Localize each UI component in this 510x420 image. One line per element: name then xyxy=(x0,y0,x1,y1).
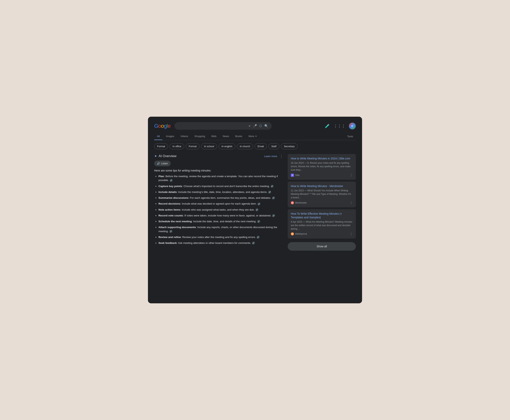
header: Google how to write meeting minutes ✕ 🎤 … xyxy=(154,122,356,130)
tip-11: Seek feedback: Ask meeting attendees or … xyxy=(158,241,283,245)
ai-overview-header: ✦ AI Overview Learn more ⋮ xyxy=(154,154,283,158)
chip-in-office[interactable]: In office xyxy=(170,143,184,149)
tip-5-text: : Include what was decided or agreed upo… xyxy=(180,202,257,205)
search-result-1[interactable]: How to Write Meeting Minutes in 2024 | S… xyxy=(288,154,356,180)
tab-more[interactable]: More ▼ xyxy=(246,133,260,140)
search-result-3[interactable]: How To Write Effective Meeting Minutes (… xyxy=(288,209,356,238)
logo-g: G xyxy=(154,123,158,129)
nav-tabs: All Images Videos Shopping Web News Book… xyxy=(154,133,356,140)
chip-in-church[interactable]: In church xyxy=(237,143,253,149)
tip-1-link-icon[interactable]: 🔗 xyxy=(170,179,173,182)
search-bar[interactable]: how to write meeting minutes ✕ 🎤 ⬡ 🔍 xyxy=(174,122,272,130)
result-1-source-name: Slite xyxy=(295,174,300,177)
tip-10-bold: Review and refine xyxy=(158,236,181,239)
tip-5-bold: Record decisions xyxy=(158,202,180,205)
tip-1-text: : Before the meeting, review the agenda … xyxy=(158,175,278,182)
tip-4: Summarize discussions: For each agenda i… xyxy=(158,196,283,200)
tip-11-bold: Seek feedback xyxy=(158,241,177,244)
listen-label: Listen xyxy=(161,162,168,165)
result-2-more-button[interactable]: ⋮ xyxy=(350,201,353,204)
tip-7-link-icon[interactable]: 🔗 xyxy=(272,214,275,217)
tip-2-text: : Choose what's important to record and … xyxy=(182,185,270,188)
right-panel: How to Write Meeting Minutes in 2024 | S… xyxy=(288,154,356,251)
tab-videos[interactable]: Videos xyxy=(178,133,191,140)
tab-all[interactable]: All xyxy=(154,133,162,140)
tip-8-text: : Include the date, time, and details of… xyxy=(192,220,256,223)
result-3-source-name: WildApricot xyxy=(295,232,307,235)
search-submit-button[interactable]: 🔍 xyxy=(264,124,269,128)
tab-shopping[interactable]: Shopping xyxy=(192,133,208,140)
tip-3: Include details: Include the meeting's t… xyxy=(158,190,283,194)
google-logo: Google xyxy=(154,123,170,129)
result-1-snippet: 18 Jun 2024 — 8. Revise your notes and f… xyxy=(291,161,353,172)
chip-formal[interactable]: Formal xyxy=(186,143,199,149)
result-2-source: M Mentimeter ⋮ xyxy=(291,201,353,204)
chip-format[interactable]: Format xyxy=(154,143,168,149)
tip-6-link-icon[interactable]: 🔗 xyxy=(255,208,258,211)
listen-button[interactable]: 🔊 Listen xyxy=(154,161,171,166)
clear-button[interactable]: ✕ xyxy=(248,124,251,128)
tip-5: Record decisions: Include what was decid… xyxy=(158,202,283,206)
tip-8-bold: Schedule the next meeting xyxy=(158,220,192,223)
tab-web[interactable]: Web xyxy=(209,133,219,140)
search-input[interactable]: how to write meeting minutes xyxy=(178,124,246,128)
tools-button[interactable]: Tools xyxy=(345,133,356,140)
tip-3-link-icon[interactable]: 🔗 xyxy=(268,191,271,194)
logo-g2: g xyxy=(164,123,167,129)
tip-9: Attach supporting documents: Include any… xyxy=(158,225,283,233)
labs-icon[interactable]: 🧪 xyxy=(325,123,330,129)
ai-intro-text: Here are some tips for writing meeting m… xyxy=(154,169,283,172)
tip-4-link-icon[interactable]: 🔗 xyxy=(272,196,275,200)
result-3-date: 6 Apr 2023 xyxy=(291,220,302,223)
result-2-title: How to Write Meeting Minutes - Mentimete… xyxy=(291,184,353,188)
chip-in-school[interactable]: In school xyxy=(201,143,217,149)
result-1-source: S Slite ⋮ xyxy=(291,173,353,177)
chip-staff[interactable]: Staff xyxy=(268,143,279,149)
result-3-favicon: W xyxy=(291,232,294,235)
tip-8-link-icon[interactable]: 🔗 xyxy=(257,220,260,223)
search-result-2[interactable]: How to Write Meeting Minutes - Mentimete… xyxy=(288,182,356,207)
result-3-more-button[interactable]: ⋮ xyxy=(350,232,353,236)
tip-6-text: : Include who was assigned what tasks, a… xyxy=(180,208,255,211)
result-2-source-info: M Mentimeter xyxy=(291,201,307,204)
show-all-button[interactable]: Show all xyxy=(288,242,356,251)
apps-menu-button[interactable]: ⋮⋮⋮ xyxy=(333,123,346,129)
lens-search-button[interactable]: ⬡ xyxy=(259,124,263,128)
logo-o2: o xyxy=(161,123,164,129)
result-2-snippet: 11 Jun 2023 — What Should You Include Wh… xyxy=(291,189,353,199)
avatar[interactable]: C xyxy=(349,122,356,129)
result-1-dash: — xyxy=(304,162,307,164)
filter-chips: Format In office Formal In school In eng… xyxy=(154,143,356,149)
tip-2-link-icon[interactable]: 🔗 xyxy=(270,185,274,188)
learn-more-link[interactable]: Learn more xyxy=(264,155,277,158)
listen-icon: 🔊 xyxy=(157,162,160,165)
result-1-more-button[interactable]: ⋮ xyxy=(350,173,353,177)
tip-5-link-icon[interactable]: 🔗 xyxy=(257,202,261,206)
chip-in-english[interactable]: In english xyxy=(219,143,235,149)
voice-search-button[interactable]: 🎤 xyxy=(253,124,257,128)
ai-actions: Learn more ⋮ xyxy=(264,154,283,158)
result-1-title: How to Write Meeting Minutes in 2024 | S… xyxy=(291,157,353,160)
tab-books[interactable]: Books xyxy=(233,133,245,140)
tab-news[interactable]: News xyxy=(220,133,232,140)
header-right: 🧪 ⋮⋮⋮ C xyxy=(325,122,356,129)
result-3-source: W WildApricot ⋮ xyxy=(291,232,353,236)
more-label: More xyxy=(248,135,255,138)
ai-overview: ✦ AI Overview Learn more ⋮ 🔊 Listen Here… xyxy=(154,154,283,251)
tab-images[interactable]: Images xyxy=(163,133,177,140)
tip-11-link-icon[interactable]: 🔗 xyxy=(252,241,255,245)
tip-7-text: : If votes were taken, include how many … xyxy=(183,214,271,217)
chip-secretary[interactable]: Secretary xyxy=(281,143,298,149)
result-3-snippet: 6 Apr 2023 — What Are Meeting Minutes? M… xyxy=(291,220,353,231)
result-1-favicon: S xyxy=(291,174,294,177)
chip-email[interactable]: Email xyxy=(255,143,267,149)
tip-7-bold: Record vote counts xyxy=(158,214,183,217)
tip-9-link-icon[interactable]: 🔗 xyxy=(169,230,172,233)
tip-7: Record vote counts: If votes were taken,… xyxy=(158,214,283,218)
tip-1: Plan: Before the meeting, review the age… xyxy=(158,174,283,182)
ai-more-button[interactable]: ⋮ xyxy=(279,154,283,158)
tip-6: Note action items: Include who was assig… xyxy=(158,208,283,212)
ai-tips-list: Plan: Before the meeting, review the age… xyxy=(154,174,283,245)
tip-6-bold: Note action items xyxy=(158,208,180,211)
tip-10-link-icon[interactable]: 🔗 xyxy=(256,236,260,239)
